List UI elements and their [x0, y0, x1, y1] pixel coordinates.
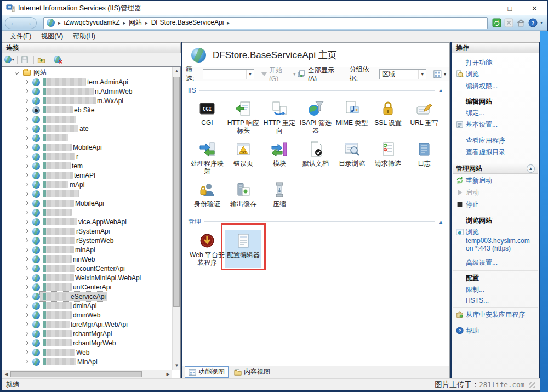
- chevron-collapsed-icon[interactable]: [25, 201, 28, 205]
- go-dropdown-icon[interactable]: ▾: [293, 72, 295, 77]
- site-label[interactable]: dminWeb: [40, 310, 101, 320]
- chevron-collapsed-icon[interactable]: [25, 183, 28, 186]
- address-bar[interactable]: ▸iZwwqc5yvudamkZ▸网站▸DFStore.BaseServiceA…: [43, 17, 488, 29]
- site-label[interactable]: mApi: [40, 180, 85, 189]
- chevron-collapsed-icon[interactable]: [25, 108, 28, 112]
- site-label[interactable]: ate: [40, 124, 90, 133]
- view-mode-icon[interactable]: [433, 70, 442, 78]
- chevron-collapsed-icon[interactable]: [25, 248, 28, 252]
- tree-site-row[interactable]: mApi: [2, 180, 172, 189]
- scroll-left-arrow[interactable]: ◀: [2, 370, 10, 378]
- chevron-collapsed-icon[interactable]: [25, 304, 28, 308]
- chevron-collapsed-icon[interactable]: [25, 99, 28, 103]
- chevron-collapsed-icon[interactable]: [25, 313, 28, 317]
- site-label[interactable]: [40, 208, 73, 217]
- chevron-collapsed-icon[interactable]: [25, 360, 28, 363]
- site-label[interactable]: Web: [40, 348, 90, 357]
- feature-logging[interactable]: 日志: [406, 138, 442, 177]
- breadcrumb-arrow-icon[interactable]: ▸: [145, 20, 148, 26]
- site-label[interactable]: rchantMgrWeb: [40, 338, 117, 348]
- breadcrumb-segment-1[interactable]: 网站: [129, 19, 142, 26]
- show-all-button[interactable]: 全部显示(A): [308, 66, 342, 83]
- chevron-collapsed-icon[interactable]: [25, 341, 28, 345]
- site-label[interactable]: toreMgrApi.WebApi: [40, 320, 129, 329]
- site-label[interactable]: n.AdminWeb: [40, 87, 133, 96]
- tree-site-row[interactable]: MobileApi: [2, 143, 172, 152]
- site-label[interactable]: m.WxApi: [40, 96, 124, 105]
- breadcrumb-segment-0[interactable]: iZwwqc5yvudamkZ: [64, 19, 120, 26]
- feature-mime-types[interactable]: MIME 类型: [334, 98, 370, 136]
- group-by-select[interactable]: 区域▾: [379, 69, 426, 79]
- chevron-collapsed-icon[interactable]: [25, 322, 28, 326]
- site-label[interactable]: tem.AdminApi: [40, 77, 129, 87]
- feature-error-pages[interactable]: 404错误页: [225, 138, 261, 177]
- feature-default-document[interactable]: 默认文档: [298, 138, 334, 177]
- chevron-collapsed-icon[interactable]: [25, 164, 28, 168]
- forward-button[interactable]: →: [25, 19, 32, 26]
- tree-site-row[interactable]: Web: [2, 348, 172, 357]
- chevron-collapsed-icon[interactable]: [25, 136, 28, 140]
- feature-output-caching[interactable]: 输出缓存: [225, 179, 261, 209]
- tree-site-row[interactable]: dminWeb: [2, 310, 172, 320]
- help-icon[interactable]: ?: [528, 18, 538, 27]
- action-link[interactable]: 查看应用程序: [466, 136, 535, 145]
- tree-site-row[interactable]: ccountCenterApi: [2, 264, 172, 273]
- chevron-collapsed-icon[interactable]: [25, 285, 28, 289]
- site-label[interactable]: ninWeb: [40, 254, 96, 264]
- horizontal-scroll-thumb[interactable]: [10, 371, 142, 377]
- site-label[interactable]: [40, 133, 70, 143]
- tree-site-row[interactable]: minApi: [2, 245, 172, 254]
- chevron-collapsed-icon[interactable]: [25, 229, 28, 233]
- menu-item-2[interactable]: 帮助(H): [68, 31, 100, 42]
- feature-cgi[interactable]: CGICGI: [189, 98, 225, 136]
- action-link[interactable]: HSTS...: [466, 297, 535, 304]
- section-collapse-icon[interactable]: ▲: [438, 219, 445, 225]
- tree-site-row[interactable]: WeixinMiniApi.WebApi: [2, 273, 172, 282]
- scroll-up-arrow[interactable]: ▲: [173, 67, 181, 75]
- tree-site-row[interactable]: MinApi: [2, 357, 172, 366]
- site-label[interactable]: rSystemWeb: [40, 236, 115, 245]
- home-icon[interactable]: [516, 18, 526, 27]
- site-label[interactable]: minApi: [40, 245, 96, 254]
- action-link[interactable]: 浏览 temp003.heyslim.com on *:443 (https): [466, 228, 535, 252]
- chevron-collapsed-icon[interactable]: [25, 173, 28, 177]
- tree-site-row[interactable]: untCenterApi: [2, 282, 172, 292]
- tree-site-row[interactable]: vice.AppWebApi: [2, 217, 172, 226]
- site-label[interactable]: [40, 115, 77, 124]
- chevron-collapsed-icon[interactable]: [25, 276, 28, 280]
- site-label[interactable]: eb Site: [40, 105, 95, 115]
- tree-vertical-scrollbar[interactable]: ▲ ▼: [172, 67, 180, 370]
- chevron-collapsed-icon[interactable]: [25, 294, 28, 298]
- maximize-button[interactable]: □: [498, 1, 522, 15]
- feature-authentication[interactable]: 身份验证: [189, 179, 225, 209]
- breadcrumb-arrow-icon[interactable]: ▸: [123, 20, 126, 26]
- feature-http-redirect[interactable]: HTTP 重定向: [261, 98, 298, 136]
- site-label[interactable]: r: [40, 152, 79, 161]
- site-label[interactable]: MinApi: [40, 357, 99, 366]
- action-link[interactable]: 停止: [466, 200, 535, 209]
- tree-site-row[interactable]: toreMgrApi.WebApi: [2, 320, 172, 329]
- tab-features-view[interactable]: 功能视图: [185, 366, 229, 378]
- tree-site-row[interactable]: rSystemApi: [2, 226, 172, 236]
- breadcrumb-segment-2[interactable]: DFStore.BaseServiceApi: [151, 19, 224, 26]
- site-label[interactable]: MobileApi: [40, 143, 103, 152]
- action-link[interactable]: 基本设置...: [466, 120, 535, 129]
- action-link[interactable]: 编辑权限...: [466, 82, 535, 91]
- site-label[interactable]: ccountCenterApi: [40, 264, 126, 273]
- tree-site-row[interactable]: tem: [2, 161, 172, 171]
- minimize-button[interactable]: –: [473, 1, 498, 15]
- chevron-collapsed-icon[interactable]: [25, 350, 28, 354]
- action-link[interactable]: 高级设置...: [466, 258, 535, 268]
- action-link[interactable]: 打开功能: [466, 58, 535, 67]
- tab-content-view[interactable]: 内容视图: [231, 367, 273, 377]
- feature-web-platform-installer[interactable]: Web 平台安装程序: [189, 230, 225, 268]
- chevron-collapsed-icon[interactable]: [25, 155, 28, 158]
- tree-site-row[interactable]: dminApi: [2, 301, 172, 310]
- site-label[interactable]: untCenterApi: [40, 282, 112, 292]
- site-label[interactable]: rSystemApi: [40, 226, 111, 236]
- tree-site-row[interactable]: r: [2, 152, 172, 161]
- chevron-collapsed-icon[interactable]: [25, 127, 28, 130]
- vertical-scroll-thumb[interactable]: [173, 77, 180, 307]
- feature-url-rewrite[interactable]: URL 重写: [406, 98, 442, 136]
- chevron-collapsed-icon[interactable]: [25, 238, 28, 242]
